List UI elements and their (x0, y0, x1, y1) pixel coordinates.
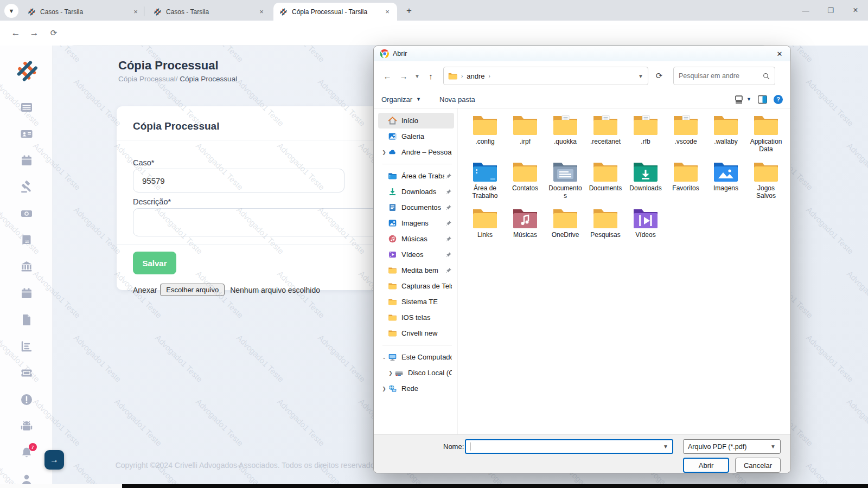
tree-item-ios-telas[interactable]: IOS telas (378, 310, 454, 325)
help-icon[interactable]: ? (774, 95, 783, 104)
tree-item-este-computador[interactable]: ⌄Este Computador (378, 349, 454, 365)
alert-icon[interactable] (20, 393, 33, 406)
file-icon[interactable] (20, 313, 33, 326)
file-item--vscode[interactable]: .vscode (666, 111, 706, 157)
tree-item-crivelli-new[interactable]: Crivelli new (378, 325, 454, 341)
filetype-select[interactable]: Arquivo PDF (*.pdf) ▼ (683, 439, 781, 454)
browser-tab-2[interactable]: Cópia Processual - Tarsila× (273, 3, 397, 21)
tab-search-button[interactable]: ▼ (4, 4, 18, 18)
dialog-refresh-button[interactable]: ⟳ (652, 68, 667, 84)
tab-close-icon[interactable]: × (383, 8, 392, 16)
bank-icon[interactable] (20, 260, 33, 273)
tree-item-v-deos[interactable]: Vídeos (378, 247, 454, 262)
wallet-icon[interactable] (20, 207, 33, 220)
view-mode-button[interactable]: ▼ (735, 95, 751, 104)
cancel-button[interactable]: Cancelar (735, 458, 781, 473)
tree-item-rede[interactable]: ❯Rede (378, 381, 454, 396)
dialog-back-button[interactable]: ← (380, 69, 394, 83)
tree-item--rea-de-trabalho[interactable]: Área de Trabalho (378, 168, 454, 184)
sidebar-toggle-button[interactable]: → (44, 450, 64, 470)
close-window-button[interactable]: × (843, 0, 868, 21)
file-item-links[interactable]: Links (465, 204, 505, 243)
forward-button[interactable]: → (26, 25, 42, 41)
file-item-jogos-salvos[interactable]: Jogos Salvos (746, 157, 786, 204)
browser-tab-1[interactable]: Casos - Tarsila× (148, 3, 271, 21)
address-folder-label[interactable]: andre (467, 72, 484, 80)
choose-file-button[interactable]: Escolher arquivo (160, 284, 225, 296)
tree-item-imagens[interactable]: Imagens (378, 215, 454, 231)
preview-pane-icon[interactable] (758, 95, 767, 104)
organize-chevron-icon: ▼ (416, 97, 421, 102)
dialog-address-bar[interactable]: › andre › ▼ (443, 67, 648, 85)
tree-expand-chevron[interactable]: ❯ (380, 150, 388, 155)
open-button[interactable]: Abrir (683, 458, 729, 473)
new-tab-button[interactable]: + (403, 4, 416, 17)
save-button[interactable]: Salvar (133, 252, 176, 274)
file-item-documentos[interactable]: Documentos (545, 157, 585, 204)
file-item-documents[interactable]: Documents (585, 157, 626, 204)
calendar-icon[interactable] (20, 154, 33, 167)
caso-input[interactable]: 95579 (133, 169, 344, 192)
tab-close-icon[interactable]: × (131, 8, 140, 16)
tree-item-disco-local-c-[interactable]: ❯Disco Local (C:) (378, 365, 454, 381)
filename-input[interactable]: ▼ (465, 439, 673, 454)
tree-expand-chevron[interactable]: ❯ (387, 370, 394, 376)
tarsila-logo[interactable] (15, 59, 38, 84)
back-button[interactable]: ← (8, 25, 24, 41)
file-item--rea-de-trabalho[interactable]: Área de Trabalho (465, 157, 505, 204)
dialog-recent-chevron[interactable]: ▼ (413, 69, 422, 83)
tree-item-galeria[interactable]: Galeria (378, 129, 454, 144)
address-dropdown-chevron[interactable]: ▼ (638, 73, 643, 79)
gavel-icon[interactable] (20, 181, 33, 194)
file-item-v-deos[interactable]: Vídeos (626, 204, 666, 243)
tree-item-documentos[interactable]: Documentos (378, 200, 454, 215)
tree-expand-chevron[interactable]: ❯ (380, 386, 388, 391)
minimize-button[interactable]: — (793, 0, 818, 21)
browser-tab-0[interactable]: Casos - Tarsila× (22, 3, 145, 21)
file-item-downloads[interactable]: Downloads (626, 157, 666, 204)
new-folder-button[interactable]: Nova pasta (439, 95, 475, 104)
bell-icon[interactable]: 7 (20, 446, 33, 459)
file-item--irpf[interactable]: .irpf (505, 111, 545, 157)
file-item--wallaby[interactable]: .wallaby (706, 111, 746, 157)
file-item-application-data[interactable]: Application Data (746, 111, 786, 157)
file-item-pesquisas[interactable]: Pesquisas (585, 204, 626, 243)
restore-button[interactable]: ❐ (818, 0, 843, 21)
tree-item-in-cio[interactable]: Início (378, 113, 454, 129)
file-item--rfb[interactable]: .rfb (626, 111, 666, 157)
tab-close-icon[interactable]: × (257, 8, 266, 16)
dialog-titlebar[interactable]: Abrir ✕ (374, 46, 790, 61)
tree-item-m-sicas[interactable]: Músicas (378, 231, 454, 247)
file-item-onedrive[interactable]: OneDrive (545, 204, 585, 243)
tree-item-andre-pessoal[interactable]: ❯Andre – Pessoal (378, 144, 454, 160)
file-item-favoritos[interactable]: Favoritos (666, 157, 706, 204)
file-item--quokka[interactable]: .quokka (545, 111, 585, 157)
file-item--config[interactable]: .config (465, 111, 505, 157)
tree-item-label: Crivelli new (401, 329, 452, 337)
organize-button[interactable]: Organizar ▼ (381, 95, 421, 104)
tree-item-sistema-te[interactable]: Sistema TE (378, 294, 454, 310)
dialog-up-button[interactable]: ↑ (424, 69, 438, 83)
tree-expand-chevron[interactable]: ⌄ (380, 355, 388, 360)
table-list-icon[interactable] (20, 101, 33, 114)
file-item--receitanet[interactable]: .receitanet (585, 111, 626, 157)
file-item-label: Documents (589, 184, 622, 192)
reload-button[interactable]: ⟳ (46, 25, 62, 41)
id-card-icon[interactable] (20, 127, 33, 140)
book-icon[interactable] (20, 234, 33, 247)
tree-item-capturas-de-tela[interactable]: Capturas de Tela (378, 278, 454, 294)
dialog-close-button[interactable]: ✕ (774, 49, 785, 59)
tree-item-medita-bem[interactable]: Medita bem (378, 262, 454, 278)
calendar-alt-icon[interactable] (20, 287, 33, 300)
ticket-icon[interactable] (20, 367, 33, 380)
dialog-forward-button[interactable]: → (397, 69, 411, 83)
filename-dropdown-chevron[interactable]: ▼ (663, 444, 668, 450)
file-item-contatos[interactable]: Contatos (505, 157, 545, 204)
breadcrumb-parent[interactable]: Cópia Processual/ (118, 75, 178, 83)
file-item-imagens[interactable]: Imagens (706, 157, 746, 204)
file-item-m-sicas[interactable]: Músicas (505, 204, 545, 243)
android-icon[interactable] (20, 420, 33, 433)
tree-item-downloads[interactable]: Downloads (378, 184, 454, 200)
chart-icon[interactable] (20, 340, 33, 353)
dialog-search-box[interactable]: Pesquisar em andre (673, 67, 775, 85)
